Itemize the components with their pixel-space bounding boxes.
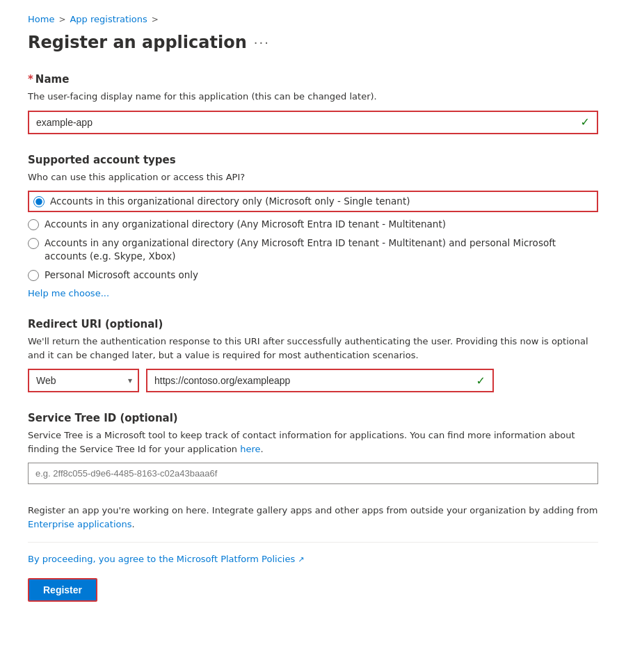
page-header: Register an application ··· [28, 33, 598, 52]
redirect-type-select[interactable]: Web Single-page application (SPA) Public… [29, 370, 138, 391]
page-title: Register an application [28, 33, 247, 52]
account-type-label-1[interactable]: Accounts in this organizational director… [50, 195, 410, 208]
account-types-title: Supported account types [28, 154, 598, 166]
policy-text: By proceeding, you agree to the Microsof… [28, 554, 295, 564]
bottom-note-text-before: Register an app you're working on here. … [28, 505, 597, 515]
service-tree-desc-text: Service Tree is a Microsoft tool to keep… [28, 430, 575, 454]
account-type-option-1[interactable]: Accounts in this organizational director… [28, 191, 598, 212]
name-input-wrapper: ✓ [28, 111, 598, 134]
name-check-icon: ✓ [581, 115, 590, 129]
service-tree-title: Service Tree ID (optional) [28, 412, 598, 424]
breadcrumb-app-registrations[interactable]: App registrations [70, 14, 147, 24]
account-types-section: Supported account types Who can use this… [28, 154, 598, 299]
account-type-label-3[interactable]: Accounts in any organizational directory… [45, 237, 598, 263]
account-types-radio-group: Accounts in this organizational director… [28, 191, 598, 281]
service-tree-section: Service Tree ID (optional) Service Tree … [28, 412, 598, 484]
register-button[interactable]: Register [28, 578, 97, 602]
account-types-question: Who can use this application or access t… [28, 170, 598, 184]
help-me-choose-link[interactable]: Help me choose... [28, 288, 109, 298]
redirect-uri-section: Redirect URI (optional) We'll return the… [28, 318, 598, 392]
account-type-radio-4[interactable] [28, 270, 39, 281]
breadcrumb-home[interactable]: Home [28, 14, 54, 24]
external-link-icon: ↗ [298, 555, 304, 564]
redirect-uri-title: Redirect URI (optional) [28, 318, 598, 330]
service-tree-description: Service Tree is a Microsoft tool to keep… [28, 429, 598, 456]
redirect-uri-input-wrapper: ✓ [146, 369, 494, 392]
divider [28, 542, 598, 543]
account-type-radio-3[interactable] [28, 238, 39, 249]
more-options-icon[interactable]: ··· [254, 35, 270, 50]
name-section-description: The user-facing display name for this ap… [28, 90, 598, 104]
breadcrumb-chevron-2: > [152, 15, 159, 24]
breadcrumb-chevron-1: > [58, 15, 65, 24]
name-section-title: *Name [28, 73, 598, 86]
uri-check-icon: ✓ [476, 374, 485, 387]
breadcrumb: Home > App registrations > [28, 14, 598, 24]
service-tree-input-wrapper [28, 463, 598, 484]
name-input[interactable] [29, 112, 597, 133]
redirect-uri-input[interactable] [147, 370, 492, 391]
account-type-label-4[interactable]: Personal Microsoft accounts only [45, 269, 198, 282]
service-tree-input[interactable] [29, 463, 597, 483]
required-star: * [28, 73, 33, 86]
service-tree-here-link[interactable]: here [240, 444, 260, 454]
account-type-option-4[interactable]: Personal Microsoft accounts only [28, 269, 598, 282]
bottom-note: Register an app you're working on here. … [28, 504, 598, 531]
enterprise-applications-link[interactable]: Enterprise applications [28, 519, 132, 529]
policy-link[interactable]: By proceeding, you agree to the Microsof… [28, 554, 305, 564]
name-section: *Name The user-facing display name for t… [28, 73, 598, 134]
redirect-uri-description: We'll return the authentication response… [28, 335, 598, 362]
account-type-option-3[interactable]: Accounts in any organizational directory… [28, 237, 598, 263]
account-type-radio-2[interactable] [28, 219, 39, 230]
redirect-type-select-wrapper: Web Single-page application (SPA) Public… [28, 369, 139, 392]
policy-row: By proceeding, you agree to the Microsof… [28, 554, 598, 564]
account-type-radio-1[interactable] [33, 196, 45, 207]
account-type-option-2[interactable]: Accounts in any organizational directory… [28, 218, 598, 231]
redirect-uri-row: Web Single-page application (SPA) Public… [28, 369, 598, 392]
account-type-label-2[interactable]: Accounts in any organizational directory… [45, 218, 446, 231]
